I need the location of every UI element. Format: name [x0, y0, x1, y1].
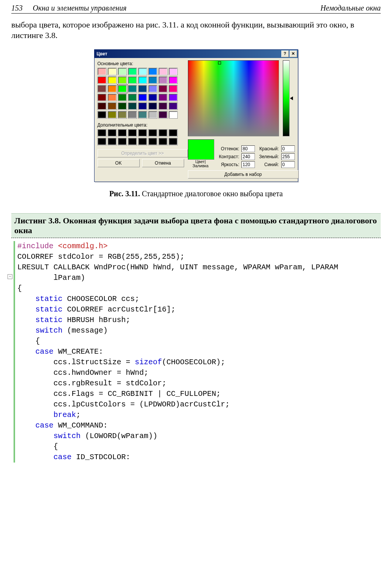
hue-input[interactable]: 80 — [241, 145, 255, 152]
green-input[interactable]: 255 — [281, 153, 295, 160]
add-to-custom-button[interactable]: Добавить в набор — [188, 170, 299, 179]
basic-color-swatch[interactable] — [98, 111, 107, 119]
hue-sat-picker[interactable] — [188, 60, 279, 136]
custom-color-swatch[interactable] — [108, 129, 117, 137]
custom-color-swatch[interactable] — [138, 129, 147, 137]
custom-color-swatch[interactable] — [98, 129, 107, 137]
basic-color-swatch[interactable] — [138, 94, 147, 101]
preview-row: Цвет|Заливка Оттенок: 80 Красный: 0 Конт… — [188, 139, 295, 168]
basic-color-swatch[interactable] — [148, 94, 157, 101]
basic-color-swatch[interactable] — [98, 76, 107, 84]
basic-color-swatch[interactable] — [138, 76, 147, 84]
basic-color-swatch[interactable] — [128, 102, 137, 110]
custom-color-swatch[interactable] — [148, 138, 157, 145]
lum-label: Яркость: — [217, 162, 239, 167]
basic-color-swatch[interactable] — [108, 94, 117, 101]
custom-color-swatch[interactable] — [159, 138, 168, 145]
basic-color-swatch[interactable] — [169, 111, 178, 119]
code-block: − #include <commdlg.h> COLORREF stdColor… — [14, 241, 381, 463]
red-input[interactable]: 0 — [281, 145, 295, 152]
basic-color-swatch[interactable] — [118, 76, 127, 84]
basic-color-swatch[interactable] — [159, 102, 168, 110]
basic-colors-label: Основные цвета: — [98, 61, 184, 66]
basic-color-swatch[interactable] — [128, 68, 137, 75]
section-title: Немодальные окна — [320, 4, 381, 12]
basic-color-swatch[interactable] — [169, 94, 178, 101]
basic-color-swatch[interactable] — [128, 76, 137, 84]
basic-color-swatch[interactable] — [98, 94, 107, 101]
custom-color-swatch[interactable] — [108, 138, 117, 145]
custom-color-swatch[interactable] — [128, 129, 137, 137]
cancel-button[interactable]: Отмена — [142, 159, 184, 167]
basic-color-swatch[interactable] — [148, 102, 157, 110]
custom-color-swatch[interactable] — [159, 129, 168, 137]
basic-color-swatch[interactable] — [169, 102, 178, 110]
custom-colors-label: Дополнительные цвета: — [98, 122, 184, 128]
custom-color-swatch[interactable] — [118, 138, 127, 145]
custom-color-swatch[interactable] — [128, 138, 137, 145]
basic-color-swatch[interactable] — [108, 85, 117, 93]
basic-color-swatch[interactable] — [108, 111, 117, 119]
basic-color-swatch[interactable] — [138, 68, 147, 75]
basic-color-swatch[interactable] — [169, 68, 178, 75]
titlebar[interactable]: Цвет ? ✕ — [95, 50, 298, 58]
basic-color-swatch[interactable] — [159, 68, 168, 75]
ok-cancel-row: OK Отмена — [98, 159, 184, 167]
dialog-title: Цвет — [97, 51, 281, 56]
basic-color-swatch[interactable] — [169, 85, 178, 93]
ok-button[interactable]: OK — [98, 159, 140, 167]
basic-color-swatch[interactable] — [138, 102, 147, 110]
basic-color-swatch[interactable] — [138, 111, 147, 119]
listing-header: Листинг 3.8. Оконная функция задачи выбо… — [11, 213, 381, 238]
luminance-pointer-icon — [290, 96, 293, 100]
figure-label: Рис. 3.11. — [109, 189, 140, 198]
define-color-button[interactable]: Определить цвет >> — [98, 149, 188, 157]
basic-color-swatch[interactable] — [159, 85, 168, 93]
basic-color-swatch[interactable] — [108, 102, 117, 110]
basic-color-swatch[interactable] — [148, 111, 157, 119]
basic-color-grid — [98, 68, 184, 119]
basic-color-swatch[interactable] — [148, 68, 157, 75]
custom-color-swatch[interactable] — [118, 129, 127, 137]
basic-color-swatch[interactable] — [128, 85, 137, 93]
sat-input[interactable]: 240 — [241, 153, 255, 160]
basic-color-swatch[interactable] — [118, 94, 127, 101]
basic-color-swatch[interactable] — [118, 85, 127, 93]
color-dialog: Цвет ? ✕ Основные цвета: Дополнительные … — [94, 49, 298, 182]
custom-color-swatch[interactable] — [148, 129, 157, 137]
basic-color-swatch[interactable] — [159, 94, 168, 101]
basic-color-swatch[interactable] — [148, 85, 157, 93]
basic-color-swatch[interactable] — [128, 111, 137, 119]
close-button[interactable]: ✕ — [290, 50, 297, 57]
blue-input[interactable]: 0 — [281, 161, 295, 168]
basic-color-swatch[interactable] — [138, 85, 147, 93]
fold-icon[interactable]: − — [8, 274, 12, 279]
basic-color-swatch[interactable] — [118, 111, 127, 119]
figure-text: Стандартное диалоговое окно выбора цвета — [142, 189, 283, 198]
basic-color-swatch[interactable] — [118, 68, 127, 75]
custom-color-swatch[interactable] — [138, 138, 147, 145]
basic-color-swatch[interactable] — [98, 102, 107, 110]
custom-color-swatch[interactable] — [169, 138, 178, 145]
basic-color-swatch[interactable] — [108, 76, 117, 84]
basic-color-swatch[interactable] — [128, 94, 137, 101]
figure-caption: Рис. 3.11. Стандартное диалоговое окно в… — [11, 189, 381, 198]
basic-color-swatch[interactable] — [98, 85, 107, 93]
basic-color-swatch[interactable] — [148, 76, 157, 84]
color-preview-swatch — [188, 139, 214, 160]
custom-color-swatch[interactable] — [169, 129, 178, 137]
basic-color-swatch[interactable] — [159, 111, 168, 119]
custom-color-swatch[interactable] — [98, 138, 107, 145]
basic-color-swatch[interactable] — [98, 68, 107, 75]
dialog-right: Цвет|Заливка Оттенок: 80 Красный: 0 Конт… — [184, 60, 295, 179]
preview-label: Цвет|Заливка — [188, 160, 214, 168]
basic-color-swatch[interactable] — [169, 76, 178, 84]
basic-color-swatch[interactable] — [159, 76, 168, 84]
lum-input[interactable]: 120 — [241, 161, 255, 168]
luminance-slider[interactable] — [283, 60, 290, 136]
help-button[interactable]: ? — [281, 50, 289, 57]
basic-color-swatch[interactable] — [108, 68, 117, 75]
spectrum-row — [188, 60, 295, 136]
basic-color-swatch[interactable] — [118, 102, 127, 110]
page-header: 153 Окна и элементы управления Немодальн… — [11, 4, 381, 14]
